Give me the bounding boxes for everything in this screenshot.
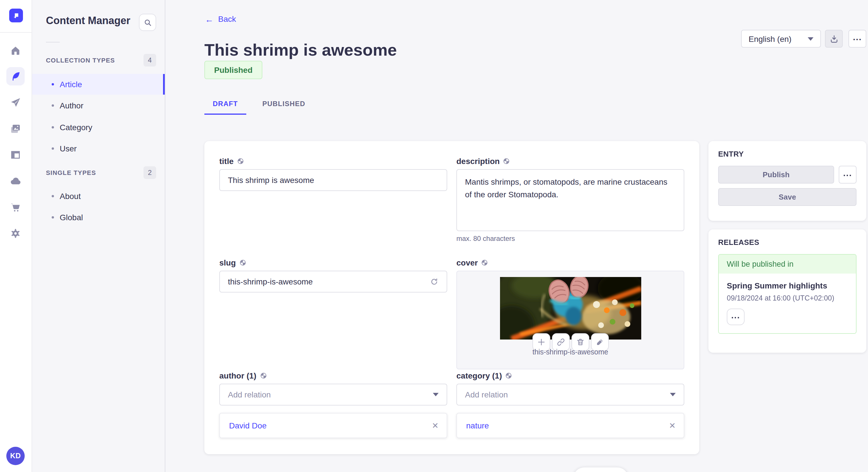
- entry-more-button[interactable]: ...: [839, 166, 857, 183]
- sidebar-item-label: About: [60, 192, 81, 201]
- author-add-relation-combobox[interactable]: Add relation: [219, 384, 447, 405]
- caret-down-icon: [670, 393, 676, 396]
- search-button[interactable]: [139, 14, 156, 31]
- strapi-logo[interactable]: [9, 9, 23, 22]
- more-dots-icon: ...: [853, 37, 862, 40]
- title-input-value: This shrimp is awesome: [228, 175, 314, 185]
- main-content: ← Back This shrimp is awesome Published …: [165, 0, 868, 472]
- slug-input-value: this-shrimp-is-awesome: [228, 277, 313, 286]
- sidebar-item-article[interactable]: Article: [32, 74, 165, 95]
- combobox-placeholder: Add relation: [465, 390, 508, 399]
- bottom-floating-widget[interactable]: [573, 467, 629, 472]
- publish-button[interactable]: Publish: [718, 166, 834, 183]
- bullet-icon: [52, 147, 54, 150]
- content-manager-subnav: Content Manager COLLECTION TYPES 4 Artic…: [32, 0, 165, 472]
- globe-locale-icon: [239, 259, 246, 266]
- entry-panel: ENTRY Publish ... Save: [708, 141, 866, 221]
- layout-icon: [10, 149, 21, 161]
- tab-draft[interactable]: DRAFT: [205, 94, 246, 115]
- page-title: This shrimp is awesome: [205, 41, 397, 60]
- download-icon: [829, 34, 838, 43]
- title-input[interactable]: This shrimp is awesome: [219, 169, 447, 191]
- cover-media-box: this-shrimp-is-awesome: [456, 271, 684, 369]
- collection-types-count-badge: 4: [144, 54, 156, 67]
- releases-panel-title: RELEASES: [718, 238, 857, 247]
- link-icon: [556, 338, 565, 346]
- category-relation-item: nature ✕: [456, 413, 684, 438]
- title-field: title This shrimp is awesome: [219, 156, 447, 191]
- field-label-text: cover: [456, 258, 478, 267]
- back-arrow-icon: ←: [205, 14, 214, 23]
- combobox-placeholder: Add relation: [228, 390, 271, 399]
- header-more-button[interactable]: ...: [848, 30, 866, 47]
- trash-icon: [576, 338, 584, 346]
- field-label-text: author (1): [219, 371, 256, 380]
- collection-types-section-header: COLLECTION TYPES 4: [46, 54, 156, 67]
- nav-content-type-builder-button[interactable]: [6, 146, 25, 164]
- bullet-icon: [52, 195, 54, 197]
- sidebar-item-global[interactable]: Global: [32, 207, 165, 228]
- regenerate-icon[interactable]: [430, 277, 439, 286]
- releases-panel: RELEASES Will be published in Spring Sum…: [708, 229, 866, 353]
- plus-icon: [537, 338, 546, 346]
- subnav-title: Content Manager: [46, 15, 130, 27]
- release-date: 09/18/2024 at 16:00 (UTC+02:00): [727, 294, 848, 302]
- sidebar-item-label: Article: [60, 80, 82, 89]
- remove-relation-button[interactable]: ✕: [669, 422, 676, 430]
- nav-media-library-button[interactable]: [6, 120, 25, 138]
- release-name[interactable]: Spring Summer highlights: [727, 281, 848, 290]
- locale-select[interactable]: English (en): [741, 30, 821, 47]
- category-add-relation-combobox[interactable]: Add relation: [456, 384, 684, 405]
- rail-divider: [0, 32, 32, 33]
- sidebar-item-label: Author: [60, 101, 84, 110]
- category-relation-field: category (1) Add relation nature ✕: [456, 370, 684, 438]
- nav-deploy-cloud-button[interactable]: [6, 172, 25, 191]
- sidebar-item-about[interactable]: About: [32, 186, 165, 206]
- description-textarea[interactable]: Mantis shrimps, or stomatopods, are mari…: [456, 169, 684, 231]
- relation-link-david-doe[interactable]: David Doe: [229, 421, 267, 430]
- send-plane-icon: [10, 97, 21, 108]
- subnav-divider: [46, 42, 60, 42]
- single-types-section-header: SINGLE TYPES 2: [46, 166, 156, 179]
- author-relation-field: author (1) Add relation David Doe ✕: [219, 370, 447, 438]
- search-icon: [143, 18, 152, 27]
- globe-locale-icon: [237, 158, 244, 164]
- entry-panel-title: ENTRY: [718, 150, 857, 158]
- save-button[interactable]: Save: [718, 188, 857, 206]
- release-card: Will be published in Spring Summer highl…: [718, 254, 857, 334]
- main-nav-rail: KD: [0, 0, 32, 472]
- back-link[interactable]: ← Back: [205, 14, 236, 24]
- release-more-button[interactable]: ...: [727, 308, 745, 325]
- nav-settings-button[interactable]: [6, 224, 25, 243]
- slug-input[interactable]: this-shrimp-is-awesome: [219, 271, 447, 293]
- globe-locale-icon: [482, 259, 488, 266]
- field-label-text: description: [456, 156, 500, 165]
- feather-icon: [10, 71, 21, 82]
- sidebar-item-author[interactable]: Author: [32, 95, 165, 116]
- bullet-icon: [52, 126, 54, 129]
- nav-content-manager-button[interactable]: [6, 67, 25, 86]
- cover-image[interactable]: [500, 277, 641, 339]
- app-window: KD Content Manager COLLECTION TYPES 4 Ar…: [0, 0, 868, 472]
- field-label-text: slug: [219, 258, 236, 267]
- download-button[interactable]: [825, 30, 843, 47]
- user-avatar[interactable]: KD: [6, 447, 25, 465]
- bullet-icon: [52, 83, 54, 86]
- description-hint: max. 80 characters: [456, 235, 684, 243]
- nav-home-button[interactable]: [6, 41, 25, 60]
- sidebar-item-category[interactable]: Category: [32, 117, 165, 138]
- cover-field: cover: [456, 258, 684, 369]
- sidebar-item-user[interactable]: User: [32, 138, 165, 159]
- single-types-count-badge: 2: [144, 166, 156, 179]
- draft-published-tabs: DRAFT PUBLISHED: [205, 94, 312, 115]
- status-badge: Published: [205, 61, 262, 79]
- field-label-text: category (1): [456, 371, 502, 380]
- cart-icon: [10, 201, 21, 213]
- nav-marketplace-button[interactable]: [6, 198, 25, 216]
- author-relation-item: David Doe ✕: [219, 413, 447, 438]
- tab-published[interactable]: PUBLISHED: [255, 94, 312, 113]
- remove-relation-button[interactable]: ✕: [432, 422, 439, 430]
- relation-link-nature[interactable]: nature: [466, 421, 489, 430]
- nav-releases-button[interactable]: [6, 94, 25, 112]
- release-status: Will be published in: [719, 255, 856, 274]
